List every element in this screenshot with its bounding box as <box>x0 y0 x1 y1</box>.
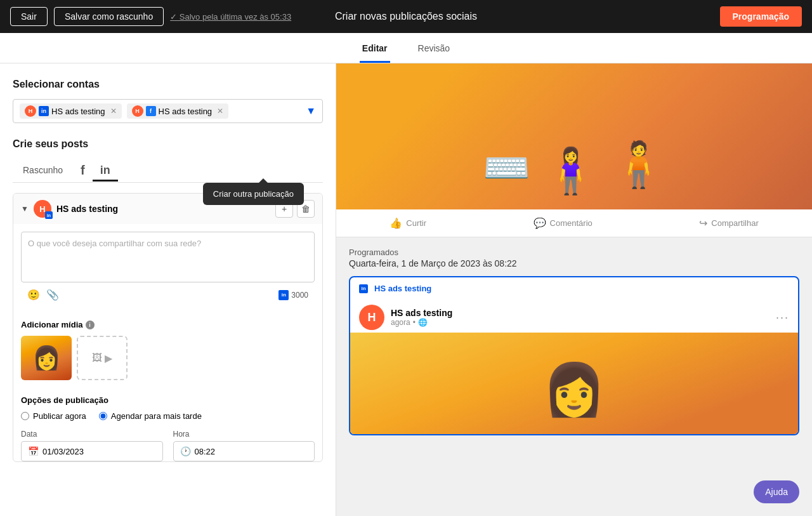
add-media-label: Adicionar mídia i <box>21 320 315 329</box>
exit-button[interactable]: Sair <box>10 7 48 26</box>
media-thumbnails: 👩 🖼 ▶ <box>21 336 315 380</box>
preview-linkedin-badge: in <box>359 284 368 293</box>
schedule-later-option[interactable]: Agendar para mais tarde <box>99 411 202 421</box>
linkedin-badge: in <box>45 211 53 219</box>
add-media-section: Adicionar mídia i 👩 🖼 ▶ <box>13 312 322 388</box>
video-placeholder-icon: ▶ <box>105 352 112 364</box>
topbar-left: Sair Salvar como rascunho ✓ Salvo pela ú… <box>10 7 291 26</box>
account-tag-facebook: H f HS ads testing ✕ <box>127 103 229 119</box>
date-input[interactable]: 📅 01/03/2023 <box>21 441 163 461</box>
right-panel: ⌨️ 🧍‍♀️ 🧍 👍 Curtir 💬 Comentário ↪ Compar… <box>336 63 812 516</box>
date-label: Data <box>21 430 163 439</box>
main-layout: Selecionar contas H in HS ads testing ✕ … <box>0 63 812 516</box>
media-info-icon[interactable]: i <box>86 321 95 329</box>
publish-now-option[interactable]: Publicar agora <box>21 411 86 421</box>
saved-status: ✓ Salvo pela última vez às 05:33 <box>170 12 291 22</box>
publish-now-radio[interactable] <box>21 412 29 420</box>
scheduled-date: Quarta-feira, 1 de Março de 2023 às 08:2… <box>349 258 799 268</box>
preview-card-author: H HS ads testing agora • 🌐 ··· <box>350 300 798 333</box>
linkedin-icon-1: in <box>39 106 49 116</box>
calendar-icon: 📅 <box>28 446 39 456</box>
post-toolbar-icons: 🙂 📎 <box>27 289 59 301</box>
select-accounts-title: Selecionar contas <box>13 79 323 90</box>
author-name: HS ads testing <box>391 308 769 318</box>
share-action[interactable]: ↪ Compartilhar <box>699 217 758 229</box>
schedule-later-radio[interactable] <box>99 412 107 420</box>
post-options-menu[interactable]: ··· <box>776 311 789 324</box>
post-toolbar: 🙂 📎 in 3000 <box>21 285 315 305</box>
publication-options: Opções de publicação Publicar agora Agen… <box>13 388 322 461</box>
author-meta: agora • 🌐 <box>391 318 769 327</box>
post-textarea[interactable] <box>21 232 315 282</box>
dot-separator: • <box>413 318 416 327</box>
hs-logo-2: H <box>132 105 143 117</box>
save-draft-button[interactable]: Salvar como rascunho <box>54 7 164 26</box>
date-time-row: Data 📅 01/03/2023 Hora 🕐 08:22 <box>21 430 315 461</box>
people-scene: ⌨️ 🧍‍♀️ 🧍 <box>336 63 812 209</box>
preview-woman-emoji: 👩 <box>542 360 606 420</box>
create-another-tooltip: Criar outra publicação <box>203 183 304 205</box>
post-tabs: Rascunho f in Criar outra publicação <box>13 160 323 183</box>
post-card: ▼ H in HS ads testing + 🗑 🙂 📎 <box>13 193 323 462</box>
preview-card: in HS ads testing H HS ads testing agora… <box>349 276 799 435</box>
comment-icon: 💬 <box>534 217 546 229</box>
preview-card-header: in HS ads testing <box>350 277 798 300</box>
woman-sitting-emoji: 🧍‍♀️ <box>543 145 598 197</box>
like-action[interactable]: 👍 Curtir <box>390 217 426 229</box>
collapse-icon[interactable]: ▼ <box>21 204 29 213</box>
media-placeholder-image[interactable]: 🖼 ▶ <box>77 336 128 380</box>
preview-hero-image: ⌨️ 🧍‍♀️ 🧍 <box>336 63 812 209</box>
tab-facebook[interactable]: f <box>73 161 93 182</box>
author-avatar: H <box>359 305 384 330</box>
tab-draft[interactable]: Rascunho <box>13 160 73 182</box>
post-account-name: HS ads testing <box>56 204 270 214</box>
account-tag-linkedin: H in HS ads testing ✕ <box>20 103 122 119</box>
facebook-icon-2: f <box>146 106 156 116</box>
remove-account-1[interactable]: ✕ <box>110 107 117 116</box>
topbar-right: Programação <box>720 6 802 27</box>
tab-edit[interactable]: Editar <box>360 36 390 63</box>
person-emoji: 🧍 <box>611 138 666 190</box>
time-input[interactable]: 🕐 08:22 <box>173 441 315 461</box>
social-actions-bar: 👍 Curtir 💬 Comentário ↪ Compartilhar <box>336 209 812 237</box>
posts-section-title: Crie seus posts <box>13 138 323 150</box>
account-name-1: HS ads testing <box>51 107 105 116</box>
clock-icon: 🕐 <box>180 446 191 456</box>
typewriter-emoji: ⌨️ <box>483 145 530 190</box>
remove-account-2[interactable]: ✕ <box>217 107 223 116</box>
account-name-2: HS ads testing <box>159 107 213 116</box>
image-placeholder-icon: 🖼 <box>92 352 102 364</box>
post-account-avatar: H in <box>34 200 51 218</box>
post-body: 🙂 📎 in 3000 <box>13 224 322 312</box>
hs-logo-1: H <box>25 105 36 117</box>
char-count: in 3000 <box>278 290 308 300</box>
share-icon: ↪ <box>699 217 707 229</box>
preview-account-name: HS ads testing <box>374 284 431 293</box>
comment-action[interactable]: 💬 Comentário <box>534 217 593 229</box>
author-info: HS ads testing agora • 🌐 <box>391 308 769 327</box>
dropdown-arrow-icon[interactable]: ▼ <box>306 105 316 117</box>
help-button[interactable]: Ajuda <box>754 480 799 503</box>
tab-linkedin[interactable]: in <box>93 161 118 182</box>
pub-options-title: Opções de publicação <box>21 395 315 405</box>
thumb-emoji: 👩 <box>32 345 61 371</box>
schedule-button[interactable]: Programação <box>720 6 802 27</box>
tabbar: Editar Revisão <box>0 33 812 63</box>
media-thumb-1[interactable]: 👩 <box>21 336 72 380</box>
like-icon: 👍 <box>390 217 402 229</box>
tab-review[interactable]: Revisão <box>416 36 453 63</box>
time-label: Hora <box>173 430 315 439</box>
topbar: Sair Salvar como rascunho ✓ Salvo pela ú… <box>0 0 812 33</box>
linkedin-char-badge: in <box>278 290 289 300</box>
emoji-icon[interactable]: 🙂 <box>27 289 40 301</box>
date-field-group: Data 📅 01/03/2023 <box>21 430 163 461</box>
preview-card-image: 👩 <box>350 333 798 434</box>
attachment-icon[interactable]: 📎 <box>46 289 59 301</box>
time-field-group: Hora 🕐 08:22 <box>173 430 315 461</box>
radio-group: Publicar agora Agendar para mais tarde <box>21 411 315 421</box>
scheduled-label: Programados <box>349 248 799 257</box>
page-title: Criar novas publicações sociais <box>335 11 477 22</box>
scheduled-section: Programados Quarta-feira, 1 de Março de … <box>336 237 812 446</box>
account-selector[interactable]: H in HS ads testing ✕ H f HS ads testing… <box>13 99 323 123</box>
left-panel: Selecionar contas H in HS ads testing ✕ … <box>0 63 336 516</box>
